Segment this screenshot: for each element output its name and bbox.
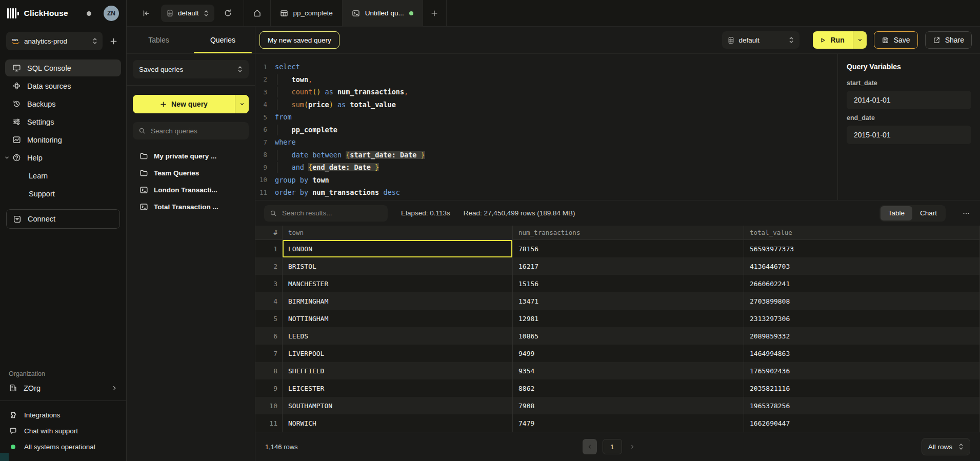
column-header-total_value[interactable]: total_value <box>744 226 980 239</box>
sidebar-item-learn[interactable]: Learn <box>5 167 121 184</box>
table-cell[interactable]: 2089859332 <box>744 327 980 345</box>
table-cell[interactable]: 13471 <box>513 292 744 310</box>
sidebar-item-sql-console[interactable]: SQL Console <box>5 59 121 76</box>
refresh-icon[interactable] <box>216 9 239 17</box>
query-list-item[interactable]: Total Transaction ... <box>127 198 255 215</box>
table-cell[interactable]: LONDON <box>283 240 513 257</box>
run-database-select[interactable]: default <box>722 31 799 49</box>
sidebar-item-data-sources[interactable]: Data sources <box>5 77 121 94</box>
table-cell[interactable]: LIVERPOOL <box>283 345 513 362</box>
footer-item-chat-with-support[interactable]: Chat with support <box>0 423 126 439</box>
table-cell[interactable]: 2 <box>255 257 283 275</box>
table-cell[interactable]: MANCHESTER <box>283 275 513 292</box>
table-cell[interactable]: 1 <box>255 240 283 257</box>
table-cell[interactable]: 5 <box>255 310 283 327</box>
table-cell[interactable]: 56593977373 <box>744 240 980 257</box>
save-button[interactable]: Save <box>874 31 918 49</box>
table-cell[interactable]: 10865 <box>513 327 744 345</box>
column-header-num_transactions[interactable]: num_transactions <box>513 226 744 239</box>
new-query-options-button[interactable] <box>235 95 249 113</box>
table-cell[interactable]: 1662690447 <box>744 414 980 432</box>
table-cell[interactable]: 7908 <box>513 397 744 414</box>
table-cell[interactable]: 1765902436 <box>744 362 980 379</box>
chat-widget-corner[interactable] <box>0 453 9 461</box>
table-cell[interactable]: 8862 <box>513 379 744 397</box>
more-options-icon[interactable] <box>959 209 971 217</box>
variable-input-start_date[interactable] <box>847 91 971 109</box>
table-cell[interactable]: LEEDS <box>283 327 513 345</box>
query-list-item[interactable]: London Transacti... <box>127 182 255 198</box>
table-cell[interactable]: SOUTHAMPTON <box>283 397 513 414</box>
subheader: Tables Queries My new saved query defaul… <box>127 27 980 54</box>
search-queries-input[interactable] <box>150 127 243 135</box>
table-cell[interactable]: 16217 <box>513 257 744 275</box>
organization-row[interactable]: ZOrg <box>0 384 126 400</box>
tab-tables[interactable]: Tables <box>127 27 191 53</box>
variable-input-end_date[interactable] <box>847 126 971 144</box>
add-service-button[interactable] <box>107 34 120 48</box>
avatar[interactable]: ZN <box>104 6 119 21</box>
table-cell[interactable]: 1965378256 <box>744 397 980 414</box>
table-cell[interactable]: 2313297306 <box>744 310 980 327</box>
search-results-input[interactable] <box>281 209 382 217</box>
column-header-town[interactable]: town <box>283 226 513 239</box>
sidebar-item-monitoring[interactable]: Monitoring <box>5 131 121 148</box>
sidebar-item-help[interactable]: Help <box>5 149 121 166</box>
saved-queries-select[interactable]: Saved queries <box>133 60 249 78</box>
collapse-sidebar-icon[interactable] <box>127 9 159 17</box>
view-table-button[interactable]: Table <box>881 206 912 221</box>
page-number-input[interactable] <box>603 439 622 454</box>
table-cell[interactable]: 2703899808 <box>744 292 980 310</box>
table-cell[interactable]: 9354 <box>513 362 744 379</box>
page-size-select[interactable]: All rows <box>922 438 970 455</box>
table-cell[interactable]: 15156 <box>513 275 744 292</box>
view-chart-button[interactable]: Chart <box>912 206 945 221</box>
table-cell[interactable]: 6 <box>255 327 283 345</box>
table-cell[interactable]: NOTTINGHAM <box>283 310 513 327</box>
next-page-button[interactable] <box>628 444 637 449</box>
saved-query-tab[interactable]: My new saved query <box>259 31 339 49</box>
table-cell[interactable]: 4136446703 <box>744 257 980 275</box>
share-button[interactable]: Share <box>925 31 972 49</box>
new-query-button[interactable]: New query <box>133 95 235 113</box>
table-cell[interactable]: SHEFFIELD <box>283 362 513 379</box>
table-cell[interactable]: 9 <box>255 379 283 397</box>
sql-editor[interactable]: 1select2 town,3 count() as num_transacti… <box>255 54 837 200</box>
table-cell[interactable]: 8 <box>255 362 283 379</box>
table-cell[interactable]: 12981 <box>513 310 744 327</box>
home-icon[interactable] <box>244 9 270 17</box>
topbar-database-select[interactable]: default <box>161 5 214 22</box>
tab-pp-complete[interactable]: pp_complete <box>270 0 343 27</box>
new-tab-button[interactable] <box>423 0 447 27</box>
column-header-num[interactable]: # <box>255 226 283 239</box>
service-select[interactable]: aws analytics-prod <box>6 32 103 50</box>
table-cell[interactable]: 4 <box>255 292 283 310</box>
query-list-item[interactable]: My private query ... <box>127 148 255 165</box>
table-cell[interactable]: 10 <box>255 397 283 414</box>
table-cell[interactable]: 2035821116 <box>744 379 980 397</box>
table-cell[interactable]: 7479 <box>513 414 744 432</box>
run-options-button[interactable] <box>853 31 867 49</box>
sidebar-item-support[interactable]: Support <box>5 185 121 202</box>
query-list-item[interactable]: Team Queries <box>127 165 255 182</box>
prev-page-button[interactable] <box>583 439 597 454</box>
sidebar-item-backups[interactable]: Backups <box>5 95 121 112</box>
sidebar-item-settings[interactable]: Settings <box>5 113 121 130</box>
table-cell[interactable]: BIRMINGHAM <box>283 292 513 310</box>
table-cell[interactable]: NORWICH <box>283 414 513 432</box>
table-cell[interactable]: 3 <box>255 275 283 292</box>
tab-untitled-query[interactable]: Untitled qu... <box>343 0 423 27</box>
tab-queries[interactable]: Queries <box>191 27 255 53</box>
connect-button[interactable]: Connect <box>6 209 120 229</box>
footer-item-all-systems-operational[interactable]: All systems operational <box>0 439 126 455</box>
footer-item-integrations[interactable]: Integrations <box>0 407 126 423</box>
table-cell[interactable]: 7 <box>255 345 283 362</box>
table-cell[interactable]: 11 <box>255 414 283 432</box>
table-cell[interactable]: 1464994863 <box>744 345 980 362</box>
table-cell[interactable]: 78156 <box>513 240 744 257</box>
table-cell[interactable]: LEICESTER <box>283 379 513 397</box>
run-button[interactable]: Run <box>813 31 853 49</box>
table-cell[interactable]: 2660602241 <box>744 275 980 292</box>
table-cell[interactable]: 9499 <box>513 345 744 362</box>
table-cell[interactable]: BRISTOL <box>283 257 513 275</box>
